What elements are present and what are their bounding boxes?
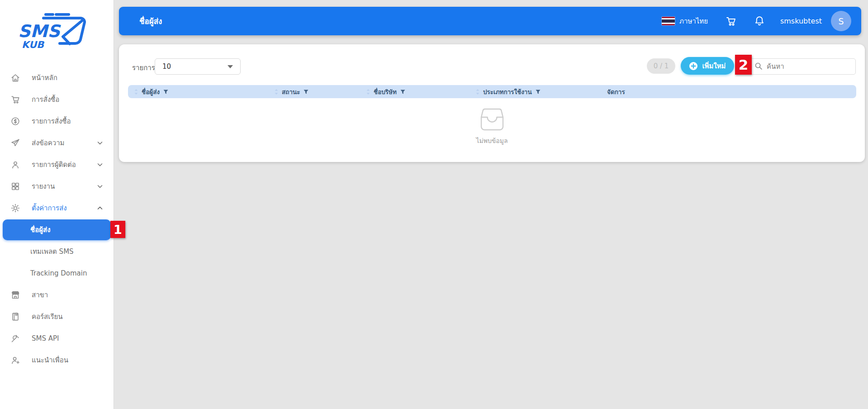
book-icon: [10, 312, 21, 322]
gear-icon: [10, 203, 21, 213]
sidebar-subitem-tracking-domain[interactable]: Tracking Domain: [0, 262, 114, 284]
plug-icon: [10, 333, 21, 343]
chevron-down-icon: [97, 163, 103, 166]
sidebar-item-branch[interactable]: สาขา: [0, 284, 114, 306]
sidebar-subitem-label: Tracking Domain: [30, 269, 87, 277]
caret-down-icon: [228, 65, 233, 68]
cart-icon[interactable]: [725, 15, 737, 27]
sidebar: SMS KUB หน้าหลัก การสั่งซื้อ: [0, 0, 114, 409]
sidebar-item-label: รายงาน: [32, 181, 55, 192]
sidebar-nav: หน้าหลัก การสั่งซื้อ รายการสั่งซื้อ ส่งข…: [0, 67, 114, 371]
column-header-label: ชื่อบริษัท: [374, 87, 397, 97]
column-header-company-name[interactable]: ชื่อบริษัท: [360, 87, 470, 97]
column-header-label: สถานะ: [282, 87, 300, 97]
smskub-logo[interactable]: SMS KUB: [17, 12, 99, 52]
annotation-marker-1: 1: [110, 221, 125, 238]
column-header-manage: จัดการ: [601, 87, 856, 97]
sidebar-subitem-label: ชื่อผู้ส่ง: [30, 224, 50, 235]
home-icon: [10, 73, 21, 83]
send-icon: [10, 138, 21, 148]
chevron-up-icon: [97, 206, 103, 210]
logo-text-sms: SMS: [18, 21, 61, 41]
search-box: [750, 58, 856, 75]
sidebar-item-contacts[interactable]: รายการผู้ติดต่อ: [0, 154, 114, 176]
empty-state: ไม่พบข้อมูล: [119, 108, 865, 146]
filter-funnel-icon[interactable]: [304, 90, 308, 94]
column-header-label: ชื่อผู้ส่ง: [142, 87, 160, 97]
sidebar-item-label: แนะนำเพื่อน: [32, 355, 68, 366]
logo-text-kub: KUB: [22, 39, 45, 50]
grid-icon: [10, 181, 21, 191]
empty-inbox-icon: [479, 108, 505, 131]
chevron-down-icon: [97, 185, 103, 188]
filter-funnel-icon[interactable]: [400, 90, 405, 94]
add-new-button-label: เพิ่มใหม่: [702, 61, 726, 71]
sidebar-subitem-sms-template[interactable]: เทมเพลต SMS: [0, 241, 114, 262]
chevron-down-icon: [97, 141, 103, 145]
sidebar-item-label: SMS API: [32, 334, 59, 342]
language-selector[interactable]: ภาษาไทย: [679, 16, 708, 27]
sidebar-item-label: รายการสั่งซื้อ: [32, 116, 71, 127]
username[interactable]: smskubtest: [780, 17, 822, 25]
column-header-usage-type[interactable]: ประเภทการใช้งาน: [470, 87, 601, 97]
empty-state-text: ไม่พบข้อมูล: [119, 136, 865, 146]
sidebar-item-refer-friend[interactable]: แนะนำเพื่อน: [0, 349, 114, 371]
sort-icon[interactable]: [275, 89, 278, 95]
sidebar-item-reports[interactable]: รายงาน: [0, 176, 114, 197]
topbar-right: ภาษาไทย smskubtest S: [662, 11, 851, 31]
dollar-circle-icon: [10, 116, 21, 126]
user-icon: [10, 160, 21, 170]
sidebar-subitem-sender-name[interactable]: ชื่อผู้ส่ง: [3, 219, 111, 240]
sidebar-item-send-settings[interactable]: ตั้งค่าการส่ง: [0, 197, 114, 219]
filter-funnel-icon[interactable]: [536, 90, 541, 94]
sidebar-item-orders[interactable]: การสั่งซื้อ: [0, 89, 114, 110]
pagination-indicator: 0 / 1: [647, 58, 675, 74]
content-card: รายการ 10 0 / 1 เพิ่มใหม่ ชื่อผู้ส่ง: [119, 44, 865, 162]
page-background: SMS KUB หน้าหลัก การสั่งซื้อ: [0, 0, 868, 409]
sidebar-item-order-list[interactable]: รายการสั่งซื้อ: [0, 110, 114, 132]
sidebar-item-send-message[interactable]: ส่งข้อความ: [0, 132, 114, 154]
smskub-logo-graphic: SMS KUB: [17, 12, 99, 52]
sidebar-item-label: รายการผู้ติดต่อ: [32, 159, 76, 170]
column-header-label: จัดการ: [607, 87, 625, 97]
sidebar-item-home[interactable]: หน้าหลัก: [0, 67, 114, 89]
user-add-icon: [10, 355, 21, 365]
sort-icon[interactable]: [366, 89, 370, 95]
bell-icon[interactable]: [754, 15, 765, 27]
filter-funnel-icon[interactable]: [163, 90, 168, 94]
sidebar-subitem-label: เทมเพลต SMS: [30, 246, 74, 257]
search-input[interactable]: [750, 58, 856, 75]
sidebar-item-label: การสั่งซื้อ: [32, 94, 59, 105]
sidebar-item-label: หน้าหลัก: [32, 72, 57, 83]
column-header-status[interactable]: สถานะ: [268, 87, 360, 97]
table-header-row: ชื่อผู้ส่ง สถานะ ชื่อบริษัท ประเภทการใช้…: [128, 85, 856, 98]
search-icon: [754, 62, 763, 72]
avatar[interactable]: S: [831, 11, 851, 31]
add-new-button[interactable]: เพิ่มใหม่: [681, 57, 734, 75]
sidebar-item-label: ตั้งค่าการส่ง: [32, 203, 67, 214]
sidebar-item-label: คอร์สเรียน: [32, 311, 62, 322]
column-header-sender-name[interactable]: ชื่อผู้ส่ง: [128, 87, 268, 97]
plus-circle-icon: [689, 62, 698, 71]
cart-icon: [10, 95, 21, 105]
sort-icon[interactable]: [476, 89, 479, 95]
page-title: ชื่อผู้ส่ง: [139, 15, 162, 27]
column-header-label: ประเภทการใช้งาน: [483, 87, 532, 97]
topbar: ชื่อผู้ส่ง ภาษาไทย smskubtest S: [119, 7, 861, 35]
sidebar-item-courses[interactable]: คอร์สเรียน: [0, 306, 114, 328]
per-page-value: 10: [162, 62, 171, 71]
sidebar-item-label: ส่งข้อความ: [32, 138, 65, 148]
sort-icon[interactable]: [134, 89, 138, 95]
store-icon: [10, 290, 21, 300]
sidebar-item-label: สาขา: [32, 290, 48, 300]
sidebar-item-sms-api[interactable]: SMS API: [0, 328, 114, 349]
annotation-marker-2: 2: [735, 55, 752, 75]
per-page-select[interactable]: 10: [155, 58, 241, 75]
per-page-label: รายการ: [132, 62, 155, 73]
thai-flag-icon[interactable]: [662, 17, 675, 25]
